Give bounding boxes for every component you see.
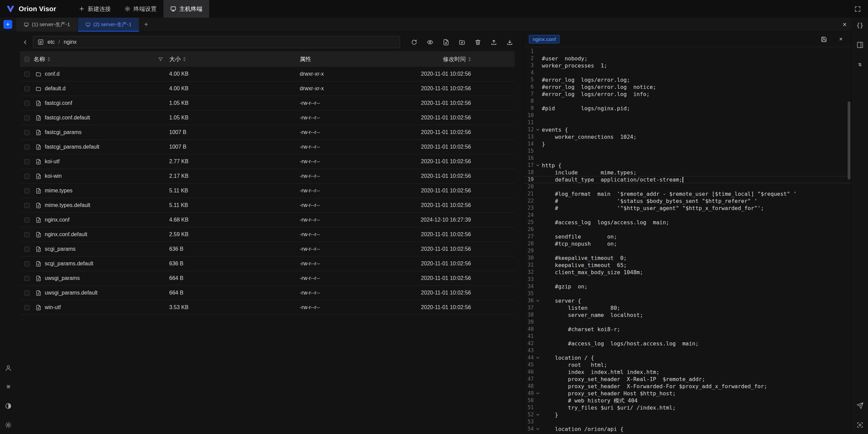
file-table-row[interactable]: conf.d 4.00 KB drwxr-xr-x 2020-11-01 10:… [20, 67, 515, 81]
row-checkbox[interactable] [24, 290, 29, 296]
file-name[interactable]: nginx.conf.default [45, 231, 87, 238]
new-tab-button[interactable]: + [139, 18, 153, 32]
code-line[interactable]: 1 [524, 48, 851, 55]
code-line[interactable]: 53 [524, 418, 851, 426]
fold-toggle[interactable] [534, 392, 542, 394]
code-line[interactable]: 37 listen 80; [524, 304, 851, 312]
download-button[interactable] [505, 37, 515, 47]
tab-server-2[interactable]: (2) server-生产-1 [78, 18, 140, 32]
code-line[interactable]: 4 [524, 69, 851, 76]
code-line[interactable]: 45 root html; [524, 361, 851, 369]
file-name[interactable]: win-utf [45, 304, 61, 310]
file-table-row[interactable]: uwsgi_params 664 B -rw-r--r-- 2020-11-01… [20, 271, 515, 286]
code-line[interactable]: 39 [524, 319, 851, 326]
code-line[interactable]: 27 sendfile on; [524, 233, 851, 240]
fullscreen-button[interactable] [852, 4, 863, 14]
file-name[interactable]: uwsgi_params [45, 275, 80, 281]
file-name[interactable]: fastcgi_params.default [45, 144, 99, 150]
code-line[interactable]: 35 [524, 290, 851, 297]
nav-item-new-connection[interactable]: 新建连接 [72, 0, 118, 18]
file-table-row[interactable]: fastcgi_params.default 1007 B -rw-r--r--… [20, 140, 515, 154]
refresh-button[interactable] [409, 37, 419, 47]
breadcrumb-segment[interactable]: etc [47, 39, 55, 45]
directory-list-icon[interactable] [38, 39, 44, 45]
code-line[interactable]: 29 [524, 247, 851, 254]
file-name[interactable]: mime.types [45, 188, 73, 194]
code-editor[interactable]: 1 2 #user nobody; 3 worker_processes 1; … [524, 47, 851, 434]
preview-button[interactable] [425, 37, 435, 47]
code-line[interactable]: 51 try_files $uri $uri/ /index.html; [524, 404, 851, 411]
code-line[interactable]: 9 #pid logs/nginx.pid; [524, 105, 851, 112]
row-checkbox[interactable] [24, 101, 29, 106]
upload-button[interactable] [489, 37, 499, 47]
file-name[interactable]: mime.types.default [45, 202, 90, 208]
add-connection-button[interactable]: + [3, 20, 12, 29]
file-table-row[interactable]: fastcgi.conf.default 1.05 KB -rw-r--r-- … [20, 111, 515, 125]
file-table-row[interactable]: koi-win 2.17 KB -rw-r--r-- 2020-11-01 10… [20, 169, 515, 184]
row-checkbox[interactable] [24, 72, 29, 77]
code-line[interactable]: 12 events { [524, 126, 851, 133]
new-folder-button[interactable] [457, 37, 467, 47]
sort-mtime-control[interactable] [468, 57, 471, 61]
fold-toggle[interactable] [534, 428, 542, 430]
file-table-row[interactable]: uwsgi_params.default 664 B -rw-r--r-- 20… [20, 286, 515, 300]
nav-item-terminal-settings[interactable]: 终端设置 [118, 0, 163, 18]
file-name[interactable]: conf.d [45, 71, 60, 77]
save-button[interactable] [819, 34, 829, 44]
code-line[interactable]: 3 worker_processes 1; [524, 62, 851, 69]
file-name[interactable]: fastcgi_params [45, 129, 82, 135]
code-line[interactable]: 19 default_type application/octet-stream… [524, 176, 851, 183]
file-table-row[interactable]: fastcgi_params 1007 B -rw-r--r-- 2020-11… [20, 125, 515, 140]
code-line[interactable]: 50 # web history 模式 404 [524, 397, 851, 404]
file-table-row[interactable]: mime.types.default 5.11 KB -rw-r--r-- 20… [20, 198, 515, 213]
code-line[interactable]: 46 index index.html index.htm; [524, 369, 851, 376]
code-line[interactable]: 23 # '"$http_user_agent" "$http_x_forwar… [524, 205, 851, 212]
close-terminal-button[interactable]: ✕ [838, 21, 851, 28]
file-name[interactable]: uwsgi_params.default [45, 290, 98, 296]
file-name[interactable]: scgi_params [45, 246, 76, 252]
code-line[interactable]: 20 [524, 183, 851, 190]
contacts-button[interactable] [3, 363, 14, 373]
row-checkbox[interactable] [24, 218, 29, 223]
code-line[interactable]: 49 proxy_set_header Host $http_host; [524, 390, 851, 397]
file-name[interactable]: fastcgi.conf [45, 100, 72, 106]
code-line[interactable]: 7 #error_log logs/error.log info; [524, 91, 851, 98]
code-line[interactable]: 18 include mime.types; [524, 169, 851, 176]
row-checkbox[interactable] [24, 261, 29, 266]
scrollbar-thumb[interactable] [848, 101, 850, 180]
fold-toggle[interactable] [534, 414, 542, 416]
row-checkbox[interactable] [24, 145, 29, 150]
panel-layout-button[interactable] [855, 40, 865, 50]
row-checkbox[interactable] [24, 174, 29, 179]
code-line[interactable]: 44 location / { [524, 354, 851, 361]
code-line[interactable]: 14 } [524, 140, 851, 148]
code-line[interactable]: 36 server { [524, 297, 851, 304]
sort-size-control[interactable] [183, 57, 186, 61]
code-line[interactable]: 32 client_max_body_size 1048m; [524, 269, 851, 276]
sort-name-control[interactable] [47, 57, 50, 61]
fold-toggle[interactable] [534, 300, 542, 302]
file-name[interactable]: koi-utf [45, 158, 60, 165]
row-checkbox[interactable] [24, 188, 29, 193]
code-line[interactable]: 31 keepalive_timeout 65; [524, 262, 851, 269]
code-line[interactable]: 47 proxy_set_header X-Real-IP $remote_ad… [524, 376, 851, 383]
code-line[interactable]: 6 #error_log logs/error.log notice; [524, 83, 851, 91]
fold-toggle[interactable] [534, 129, 542, 131]
code-line[interactable]: 24 [524, 212, 851, 219]
code-line[interactable]: 11 [524, 119, 851, 126]
delete-button[interactable] [473, 37, 483, 47]
code-line[interactable]: 41 [524, 333, 851, 340]
code-line[interactable]: 17 http { [524, 162, 851, 169]
code-line[interactable]: 10 [524, 112, 851, 119]
row-checkbox[interactable] [24, 232, 29, 237]
code-line[interactable]: 2 #user nobody; [524, 55, 851, 62]
command-sender-button[interactable] [855, 400, 865, 411]
code-line[interactable]: 5 #error_log logs/error.log; [524, 76, 851, 83]
code-line[interactable]: 13 worker_connections 1024; [524, 133, 851, 140]
file-table-row[interactable]: scgi_params 636 B -rw-r--r-- 2020-11-01 … [20, 242, 515, 257]
row-checkbox[interactable] [24, 247, 29, 252]
file-table-row[interactable]: nginx.conf.default 2.59 KB -rw-r--r-- 20… [20, 227, 515, 242]
code-line[interactable]: 54 location /orion/api { [524, 426, 851, 433]
command-palette-button[interactable]: ⌘ [3, 382, 14, 392]
code-line[interactable]: 15 [524, 148, 851, 155]
